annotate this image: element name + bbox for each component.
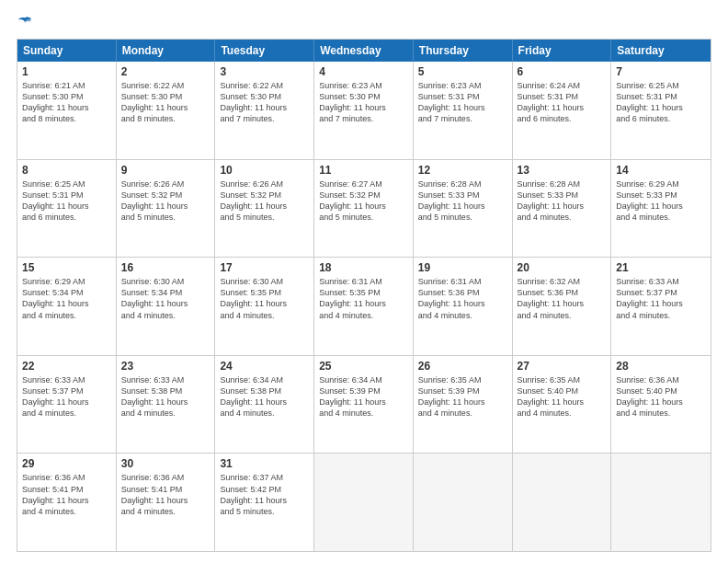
header-day-sunday: Sunday [17, 40, 117, 62]
day-number: 4 [319, 65, 408, 78]
day-cell-20: 20Sunrise: 6:32 AM Sunset: 5:36 PM Dayli… [513, 258, 612, 355]
day-cell-14: 14Sunrise: 6:29 AM Sunset: 5:33 PM Dayli… [611, 160, 711, 258]
day-number: 18 [319, 261, 408, 274]
header-day-thursday: Thursday [414, 40, 513, 62]
day-details: Sunrise: 6:31 AM Sunset: 5:35 PM Dayligh… [319, 276, 408, 321]
day-details: Sunrise: 6:28 AM Sunset: 5:33 PM Dayligh… [518, 178, 607, 224]
empty-cell [314, 454, 414, 551]
day-details: Sunrise: 6:35 AM Sunset: 5:39 PM Dayligh… [418, 374, 507, 419]
day-number: 5 [418, 65, 507, 78]
day-cell-1: 1Sunrise: 6:21 AM Sunset: 5:30 PM Daylig… [17, 62, 117, 159]
day-number: 1 [22, 65, 111, 78]
day-details: Sunrise: 6:34 AM Sunset: 5:38 PM Dayligh… [220, 374, 309, 419]
header-day-friday: Friday [513, 40, 612, 62]
day-details: Sunrise: 6:21 AM Sunset: 5:30 PM Dayligh… [22, 80, 111, 125]
day-number: 19 [418, 261, 507, 274]
day-cell-28: 28Sunrise: 6:36 AM Sunset: 5:40 PM Dayli… [611, 356, 711, 454]
day-number: 3 [220, 65, 309, 78]
day-cell-21: 21Sunrise: 6:33 AM Sunset: 5:37 PM Dayli… [611, 258, 711, 355]
day-details: Sunrise: 6:24 AM Sunset: 5:31 PM Dayligh… [518, 80, 607, 125]
day-details: Sunrise: 6:30 AM Sunset: 5:34 PM Dayligh… [121, 276, 210, 321]
day-number: 23 [121, 360, 210, 373]
day-number: 17 [220, 261, 309, 274]
day-details: Sunrise: 6:36 AM Sunset: 5:41 PM Dayligh… [121, 472, 210, 517]
empty-cell [611, 454, 711, 551]
day-number: 27 [518, 360, 607, 373]
day-cell-9: 9Sunrise: 6:26 AM Sunset: 5:32 PM Daylig… [117, 160, 216, 258]
logo-text [17, 17, 31, 29]
day-number: 12 [418, 164, 507, 177]
calendar-week-2: 8Sunrise: 6:25 AM Sunset: 5:31 PM Daylig… [17, 160, 711, 259]
day-details: Sunrise: 6:37 AM Sunset: 5:42 PM Dayligh… [220, 472, 309, 517]
logo-bird-icon [18, 15, 31, 28]
day-cell-31: 31Sunrise: 6:37 AM Sunset: 5:42 PM Dayli… [215, 454, 314, 551]
day-number: 30 [121, 457, 210, 470]
day-number: 28 [616, 360, 706, 373]
day-details: Sunrise: 6:35 AM Sunset: 5:40 PM Dayligh… [518, 374, 607, 419]
day-cell-3: 3Sunrise: 6:22 AM Sunset: 5:30 PM Daylig… [215, 62, 314, 159]
day-details: Sunrise: 6:23 AM Sunset: 5:30 PM Dayligh… [319, 80, 408, 125]
day-details: Sunrise: 6:33 AM Sunset: 5:38 PM Dayligh… [121, 374, 210, 419]
day-cell-18: 18Sunrise: 6:31 AM Sunset: 5:35 PM Dayli… [314, 258, 414, 355]
calendar-header: SundayMondayTuesdayWednesdayThursdayFrid… [17, 40, 711, 62]
day-number: 16 [121, 261, 210, 274]
day-details: Sunrise: 6:34 AM Sunset: 5:39 PM Dayligh… [319, 374, 408, 419]
day-cell-22: 22Sunrise: 6:33 AM Sunset: 5:37 PM Dayli… [17, 356, 117, 454]
day-cell-25: 25Sunrise: 6:34 AM Sunset: 5:39 PM Dayli… [314, 356, 414, 454]
day-number: 25 [319, 360, 408, 373]
page: SundayMondayTuesdayWednesdayThursdayFrid… [0, 0, 728, 563]
day-details: Sunrise: 6:26 AM Sunset: 5:32 PM Dayligh… [121, 178, 210, 224]
day-details: Sunrise: 6:25 AM Sunset: 5:31 PM Dayligh… [616, 80, 706, 125]
day-cell-27: 27Sunrise: 6:35 AM Sunset: 5:40 PM Dayli… [513, 356, 612, 454]
day-details: Sunrise: 6:36 AM Sunset: 5:40 PM Dayligh… [616, 374, 706, 419]
header-day-saturday: Saturday [611, 40, 711, 62]
day-number: 10 [220, 164, 309, 177]
day-number: 2 [121, 65, 210, 78]
day-cell-24: 24Sunrise: 6:34 AM Sunset: 5:38 PM Dayli… [215, 356, 314, 454]
day-cell-30: 30Sunrise: 6:36 AM Sunset: 5:41 PM Dayli… [117, 454, 216, 551]
header-day-tuesday: Tuesday [215, 40, 314, 62]
header-day-wednesday: Wednesday [314, 40, 414, 62]
day-details: Sunrise: 6:29 AM Sunset: 5:34 PM Dayligh… [22, 276, 111, 321]
day-number: 31 [220, 457, 309, 470]
day-number: 15 [22, 261, 111, 274]
day-cell-6: 6Sunrise: 6:24 AM Sunset: 5:31 PM Daylig… [513, 62, 612, 159]
header-day-monday: Monday [117, 40, 216, 62]
day-details: Sunrise: 6:36 AM Sunset: 5:41 PM Dayligh… [22, 472, 111, 517]
calendar-week-4: 22Sunrise: 6:33 AM Sunset: 5:37 PM Dayli… [17, 356, 711, 454]
calendar-week-1: 1Sunrise: 6:21 AM Sunset: 5:30 PM Daylig… [17, 62, 711, 160]
day-cell-29: 29Sunrise: 6:36 AM Sunset: 5:41 PM Dayli… [17, 454, 117, 551]
day-details: Sunrise: 6:33 AM Sunset: 5:37 PM Dayligh… [616, 276, 706, 321]
day-cell-10: 10Sunrise: 6:26 AM Sunset: 5:32 PM Dayli… [215, 160, 314, 258]
day-cell-5: 5Sunrise: 6:23 AM Sunset: 5:31 PM Daylig… [414, 62, 513, 159]
day-details: Sunrise: 6:31 AM Sunset: 5:36 PM Dayligh… [418, 276, 507, 321]
day-number: 24 [220, 360, 309, 373]
day-cell-2: 2Sunrise: 6:22 AM Sunset: 5:30 PM Daylig… [117, 62, 216, 159]
logo [17, 17, 31, 29]
empty-cell [513, 454, 612, 551]
day-cell-7: 7Sunrise: 6:25 AM Sunset: 5:31 PM Daylig… [611, 62, 711, 159]
day-details: Sunrise: 6:28 AM Sunset: 5:33 PM Dayligh… [418, 178, 507, 224]
day-cell-15: 15Sunrise: 6:29 AM Sunset: 5:34 PM Dayli… [17, 258, 117, 355]
day-number: 8 [22, 164, 111, 177]
day-details: Sunrise: 6:26 AM Sunset: 5:32 PM Dayligh… [220, 178, 309, 224]
header [17, 17, 711, 29]
day-number: 6 [518, 65, 607, 78]
day-cell-17: 17Sunrise: 6:30 AM Sunset: 5:35 PM Dayli… [215, 258, 314, 355]
calendar-body: 1Sunrise: 6:21 AM Sunset: 5:30 PM Daylig… [17, 62, 711, 551]
day-cell-13: 13Sunrise: 6:28 AM Sunset: 5:33 PM Dayli… [513, 160, 612, 258]
day-cell-23: 23Sunrise: 6:33 AM Sunset: 5:38 PM Dayli… [117, 356, 216, 454]
day-cell-4: 4Sunrise: 6:23 AM Sunset: 5:30 PM Daylig… [314, 62, 414, 159]
day-number: 22 [22, 360, 111, 373]
calendar: SundayMondayTuesdayWednesdayThursdayFrid… [17, 39, 711, 552]
day-number: 7 [616, 65, 706, 78]
day-cell-19: 19Sunrise: 6:31 AM Sunset: 5:36 PM Dayli… [414, 258, 513, 355]
calendar-week-3: 15Sunrise: 6:29 AM Sunset: 5:34 PM Dayli… [17, 258, 711, 356]
day-number: 13 [518, 164, 607, 177]
day-number: 14 [616, 164, 706, 177]
day-number: 29 [22, 457, 111, 470]
day-cell-16: 16Sunrise: 6:30 AM Sunset: 5:34 PM Dayli… [117, 258, 216, 355]
day-details: Sunrise: 6:23 AM Sunset: 5:31 PM Dayligh… [418, 80, 507, 125]
day-cell-11: 11Sunrise: 6:27 AM Sunset: 5:32 PM Dayli… [314, 160, 414, 258]
day-details: Sunrise: 6:27 AM Sunset: 5:32 PM Dayligh… [319, 178, 408, 224]
